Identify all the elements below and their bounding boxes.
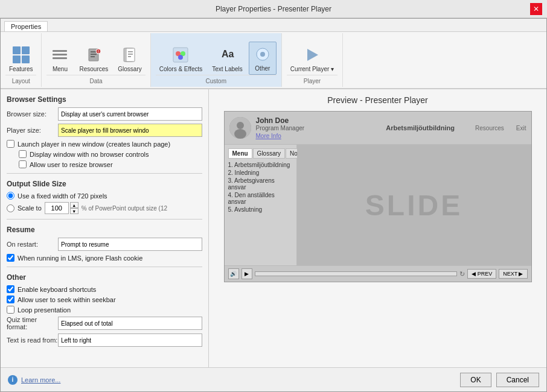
progress-bar[interactable] (255, 271, 458, 276)
course-title: Arbetsmiljöutbildning (365, 124, 475, 131)
other-header: Other (7, 273, 202, 282)
more-info-link[interactable]: More Info (256, 133, 366, 139)
enable-keyboard-row: Enable keyboard shortcuts (7, 285, 202, 293)
player-preview: John Doe Program Manager More Info Arbet… (224, 111, 532, 282)
text-labels-button[interactable]: Aa Text Labels (208, 43, 246, 75)
allow-seek-checkbox[interactable] (7, 296, 14, 303)
text-read-label: Text is read from: (7, 337, 58, 344)
exit-link[interactable]: Exit (516, 125, 526, 131)
launch-new-window-checkbox[interactable] (7, 140, 14, 148)
allow-resize-checkbox[interactable] (19, 160, 27, 168)
svg-rect-2 (13, 55, 21, 63)
menu-item-5[interactable]: 5. Avslutning (228, 206, 293, 213)
player-size-input[interactable] (58, 124, 202, 137)
dialog: Properties Features Layo (0, 18, 547, 392)
no-browser-controls-row: Display window with no browser controls (19, 150, 202, 158)
browser-size-input[interactable] (58, 107, 202, 121)
prev-button[interactable]: ◀ PREV (467, 269, 496, 279)
menu-item-4[interactable]: 4. Den anställdes ansvar (228, 191, 293, 206)
text-labels-label: Text Labels (212, 66, 243, 72)
player-info: John Doe Program Manager More Info (256, 116, 366, 139)
text-read-input[interactable] (58, 334, 202, 347)
allow-resize-row: Allow user to resize browser (19, 160, 202, 168)
svg-rect-8 (91, 51, 97, 52)
player-body: Menu Glossary Notes 1. Arbetsmiljöutbild… (225, 145, 531, 265)
fixed-width-radio[interactable] (7, 192, 14, 200)
ignore-flash-checkbox[interactable] (7, 254, 14, 262)
scale-value-input[interactable] (45, 202, 69, 214)
current-player-label: Current Player ▾ (290, 66, 334, 72)
player-avatar (229, 117, 251, 139)
menu-button[interactable]: Menu (46, 43, 73, 75)
svg-rect-9 (91, 54, 97, 55)
allow-resize-label: Allow user to resize browser (30, 161, 113, 168)
loop-presentation-checkbox[interactable] (7, 306, 14, 314)
player-size-row: Player size: (7, 124, 202, 137)
learn-more-link[interactable]: Learn more... (21, 376, 60, 384)
scale-row: Scale to ▲ ▼ % of PowerPoint output size… (7, 202, 202, 214)
glossary-button[interactable]: Glossary (114, 43, 145, 75)
window-title: Player Properties - Presenter Player (17, 5, 530, 13)
svg-marker-26 (307, 49, 318, 61)
spin-down[interactable]: ▼ (70, 208, 78, 214)
resources-button[interactable]: ! Resources (75, 43, 112, 75)
on-restart-row: On restart: (7, 238, 202, 251)
toolbar-group-custom: Colors & Effects Aa Text Labels (151, 33, 282, 87)
menu-item-3[interactable]: 3. Arbetsgivarens ansvar (228, 177, 293, 191)
close-button[interactable]: ✕ (530, 3, 542, 15)
svg-point-25 (260, 52, 265, 57)
menu-item-2[interactable]: 2. Inledning (228, 169, 293, 177)
player-header: John Doe Program Manager More Info Arbet… (225, 112, 531, 145)
svg-rect-0 (13, 46, 21, 54)
tab-strip: Properties (1, 19, 546, 32)
svg-rect-6 (53, 57, 67, 59)
toolbar-group-data: Menu ! Resources (42, 33, 150, 87)
resources-link[interactable]: Resources (475, 125, 504, 131)
properties-tab[interactable]: Properties (4, 21, 48, 32)
player-role: Program Manager (256, 125, 366, 131)
scale-spinner: ▲ ▼ (45, 202, 78, 214)
allow-seek-label: Allow user to seek within seekbar (18, 296, 116, 303)
text-read-row: Text is read from: (7, 334, 202, 347)
no-browser-controls-checkbox[interactable] (19, 150, 27, 158)
glossary-tab[interactable]: Glossary (253, 148, 285, 159)
slide-placeholder-text: SLIDE (365, 189, 462, 222)
toolbar-group-layout: Features Layout (1, 33, 42, 87)
colors-effects-button[interactable]: Colors & Effects (156, 43, 206, 75)
on-restart-input[interactable] (58, 238, 202, 251)
volume-button[interactable]: 🔊 (228, 268, 239, 279)
ok-button[interactable]: OK (460, 373, 491, 387)
current-player-button[interactable]: Current Player ▾ (287, 43, 337, 75)
next-button[interactable]: NEXT ▶ (499, 269, 527, 279)
svg-point-22 (178, 55, 183, 60)
other-icon (253, 45, 272, 64)
output-slide-size-header: Output Slide Size (7, 180, 202, 188)
scale-unit-label: % of PowerPoint output size (12 (82, 205, 167, 212)
fixed-width-label: Use a fixed width of 720 pixels (18, 192, 107, 200)
right-panel: Preview - Presenter Player John Doe Pr (209, 89, 546, 367)
svg-rect-4 (53, 50, 67, 52)
play-button[interactable]: ▶ (242, 268, 252, 279)
no-browser-controls-label: Display window with no browser controls (30, 151, 149, 158)
svg-rect-1 (22, 46, 30, 54)
custom-group-label: Custom (156, 75, 277, 84)
toolbar: Features Layout Menu (1, 32, 546, 89)
menu-tab[interactable]: Menu (228, 148, 252, 159)
browser-settings-header: Browser Settings (7, 95, 202, 104)
colors-effects-icon (171, 45, 190, 65)
enable-keyboard-checkbox[interactable] (7, 285, 14, 293)
divider-2 (7, 219, 202, 220)
resources-label: Resources (79, 66, 108, 72)
scale-radio[interactable] (7, 204, 14, 212)
cancel-button[interactable]: Cancel (496, 373, 539, 387)
spin-up[interactable]: ▲ (70, 202, 78, 208)
menu-item-1[interactable]: 1. Arbetsmiljöutbildning (228, 161, 293, 169)
quiz-timer-input[interactable] (58, 317, 202, 330)
data-group-label: Data (46, 75, 145, 84)
footer-left: i Learn more... (8, 375, 60, 385)
ignore-flash-row: When running in LMS, ignore Flash cookie (7, 254, 202, 262)
features-button[interactable]: Features (5, 43, 36, 75)
other-button[interactable]: Other (249, 42, 277, 75)
quiz-timer-row: Quiz timer format: (7, 316, 202, 330)
refresh-button[interactable]: ↻ (459, 270, 465, 278)
